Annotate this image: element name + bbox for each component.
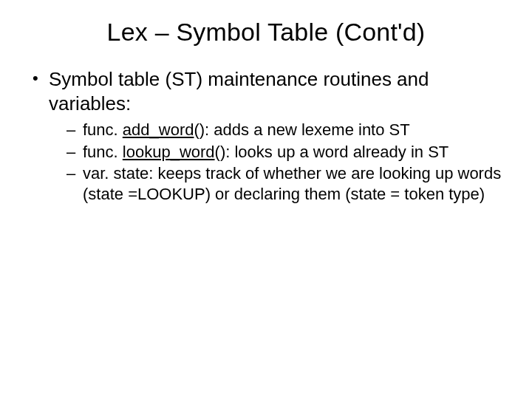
- sub1-pre: func.: [83, 120, 123, 139]
- bullet-1-text: Symbol table (ST) maintenance routines a…: [49, 68, 429, 115]
- sub2-post: (): looks up a word already in ST: [215, 143, 449, 161]
- bullet-item-1: Symbol table (ST) maintenance routines a…: [30, 67, 502, 204]
- sub3-text: var. state: keeps track of whether we ar…: [83, 164, 501, 203]
- sub-bullet-2: func. lookup_word(): looks up a word alr…: [66, 142, 502, 163]
- sub1-underline: add_word: [123, 120, 194, 139]
- sub2-underline: lookup_word: [123, 143, 215, 161]
- slide: Lex – Symbol Table (Cont'd) Symbol table…: [0, 0, 532, 399]
- sub-bullet-1: func. add_word(): adds a new lexeme into…: [66, 120, 502, 140]
- slide-title: Lex – Symbol Table (Cont'd): [0, 0, 532, 60]
- bullet-list-level2: func. add_word(): adds a new lexeme into…: [49, 120, 502, 204]
- sub2-pre: func.: [83, 143, 123, 161]
- slide-body: Symbol table (ST) maintenance routines a…: [0, 60, 532, 204]
- sub-bullet-3: var. state: keeps track of whether we ar…: [66, 163, 502, 204]
- bullet-list-level1: Symbol table (ST) maintenance routines a…: [30, 67, 502, 204]
- sub1-post: (): adds a new lexeme into ST: [194, 120, 409, 139]
